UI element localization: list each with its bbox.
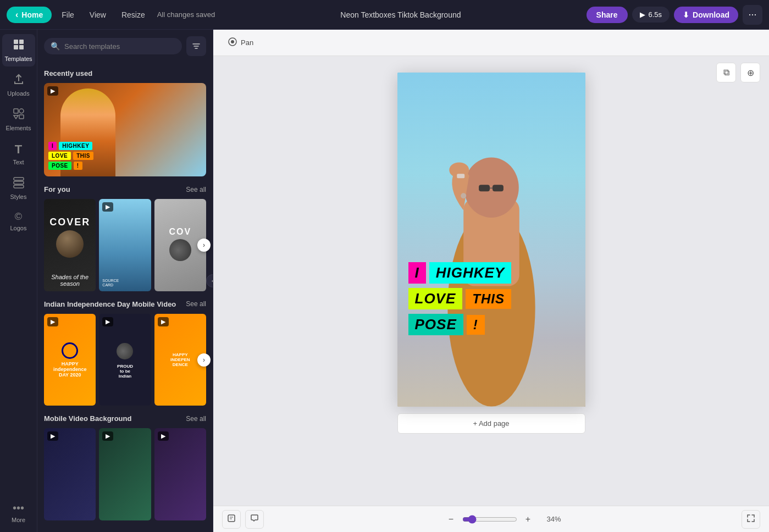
neon-i[interactable]: I (408, 262, 426, 284)
svg-rect-10 (14, 185, 24, 188)
mobile-bg-see-all[interactable]: See all (186, 415, 206, 423)
svg-rect-7 (19, 115, 24, 119)
sidebar-label-text: Text (13, 159, 24, 165)
chakra-wheel (62, 342, 78, 359)
card2-text: SOURCECARD (102, 279, 119, 288)
svg-rect-18 (492, 185, 503, 192)
search-input[interactable] (64, 42, 175, 51)
zoom-in-button[interactable]: + (522, 513, 535, 526)
mobile-bg-card-2[interactable]: ▶ (99, 428, 151, 520)
sidebar-item-text[interactable]: T Text (2, 138, 35, 170)
zoom-slider[interactable] (462, 515, 517, 524)
file-menu[interactable]: File (56, 7, 80, 23)
neon-this[interactable]: THIS (466, 289, 511, 309)
sidebar-item-elements[interactable]: Elements (2, 103, 35, 136)
canvas-bottom: − + 34% (213, 506, 769, 532)
recently-used-title: Recently used (44, 69, 92, 77)
resize-menu[interactable]: Resize (116, 7, 151, 23)
sidebar-label-more: More (12, 517, 25, 523)
neon-highkey[interactable]: HIGHKEY (429, 262, 511, 284)
svg-rect-3 (19, 45, 24, 49)
canvas-area: Pan ⧉ ⊕ (213, 30, 769, 532)
play-button[interactable]: ▶ 6.5s (632, 7, 670, 23)
india-card-2[interactable]: ▶ PROUDto beIndian (99, 314, 151, 406)
india-section-header: Indian Independence Day Mobile Video See… (44, 300, 206, 308)
india-see-all[interactable]: See all (186, 300, 206, 308)
add-page-bar[interactable]: + Add page (397, 413, 585, 434)
sidebar-item-styles[interactable]: Styles (2, 172, 35, 204)
pan-button[interactable]: Pan (222, 34, 259, 52)
mobile-bg-card-1[interactable]: ▶ (44, 428, 96, 520)
sidebar-item-templates[interactable]: Templates (2, 34, 35, 66)
svg-marker-6 (14, 115, 18, 119)
filter-button[interactable] (186, 36, 206, 56)
label-i: I (48, 142, 57, 150)
neon-exclaim[interactable]: ! (467, 315, 485, 335)
mobile-bg-card-3[interactable]: ▶ (154, 428, 206, 520)
template-card-cover1[interactable]: COVER Shades of the season (44, 199, 96, 291)
neon-pose[interactable]: POSE (408, 314, 463, 335)
svg-point-20 (461, 193, 466, 199)
fullscreen-button[interactable] (742, 510, 760, 529)
neon-love[interactable]: LOVE (408, 288, 463, 309)
sidebar-label-elements: Elements (6, 125, 31, 131)
cover-sub: Shades of the season (48, 274, 91, 287)
templates-scroll[interactable]: Recently used ▶ I HIGHKEY (37, 60, 213, 532)
india-card-1[interactable]: ▶ HAPPYindependenceDAY 2020 (44, 314, 96, 406)
mobile-bg1-badge: ▶ (47, 431, 58, 441)
home-button[interactable]: Home (7, 7, 52, 23)
add-page-button-top[interactable]: ⊕ (740, 63, 760, 82)
india-next-arrow[interactable]: › (197, 353, 211, 367)
sidebar-item-logos[interactable]: © Logos (2, 207, 35, 236)
neon-text-overlay[interactable]: I HIGHKEY LOVE THIS POSE ! (408, 262, 512, 335)
logos-icon: © (15, 211, 22, 223)
india3-video-badge: ▶ (158, 317, 169, 326)
recently-used-header: Recently used (44, 69, 206, 77)
text-icon: T (15, 142, 22, 157)
canvas-content[interactable]: ⧉ ⊕ (213, 56, 769, 506)
for-you-grid: COVER Shades of the season ▶ (44, 199, 206, 291)
recently-used-card[interactable]: ▶ I HIGHKEY LOVE THIS (44, 83, 206, 176)
for-you-see-all[interactable]: See all (186, 186, 206, 193)
search-input-wrap[interactable]: 🔍 (44, 38, 182, 54)
video-badge: ▶ (47, 86, 58, 96)
svg-point-15 (464, 158, 519, 218)
for-you-next-arrow[interactable]: › (197, 239, 211, 252)
india-section-title: Indian Independence Day Mobile Video (44, 300, 176, 308)
bottom-right-buttons (742, 510, 760, 529)
design-canvas[interactable]: I HIGHKEY LOVE THIS POSE ! (397, 73, 585, 407)
duplicate-page-button[interactable]: ⧉ (716, 63, 736, 82)
label-pose: POSE (48, 162, 71, 170)
search-icon: 🔍 (51, 42, 60, 51)
share-button[interactable]: Share (587, 7, 628, 23)
sidebar-label-uploads: Uploads (7, 90, 29, 97)
comment-button[interactable] (245, 510, 264, 529)
notes-button[interactable] (222, 510, 241, 529)
uploads-icon (13, 73, 25, 88)
svg-rect-4 (14, 109, 18, 113)
for-you-grid-container: COVER Shades of the season ▶ (44, 199, 206, 291)
download-button[interactable]: ⬇ Download (674, 7, 738, 23)
template-card-blue[interactable]: ▶ SOURCECARD (99, 199, 151, 291)
for-you-title: For you (44, 185, 70, 193)
search-bar: 🔍 (37, 30, 213, 60)
india3-text: HAPPYINDEPENDENCE (170, 352, 190, 367)
templates-icon (13, 38, 25, 53)
label-this: THIS (73, 152, 93, 160)
card2-video-badge: ▶ (102, 202, 113, 212)
mobile-bg2-badge: ▶ (102, 431, 113, 441)
sidebar-item-uploads[interactable]: Uploads (2, 69, 35, 101)
more-options-button[interactable]: ··· (743, 5, 762, 25)
svg-rect-8 (14, 178, 24, 180)
neon-row-3: POSE ! (408, 314, 512, 335)
sidebar-label-templates: Templates (4, 56, 32, 62)
view-menu[interactable]: View (84, 7, 112, 23)
label-love: LOVE (48, 152, 71, 160)
play-icon: ▶ (640, 10, 645, 19)
templates-panel: 🔍 Recently used ▶ (37, 30, 213, 532)
sidebar-item-more[interactable]: ••• More (2, 497, 35, 528)
play-duration: 6.5s (649, 10, 662, 19)
svg-point-5 (19, 109, 24, 113)
video-icon: ▶ (51, 87, 55, 95)
zoom-out-button[interactable]: − (445, 513, 458, 526)
